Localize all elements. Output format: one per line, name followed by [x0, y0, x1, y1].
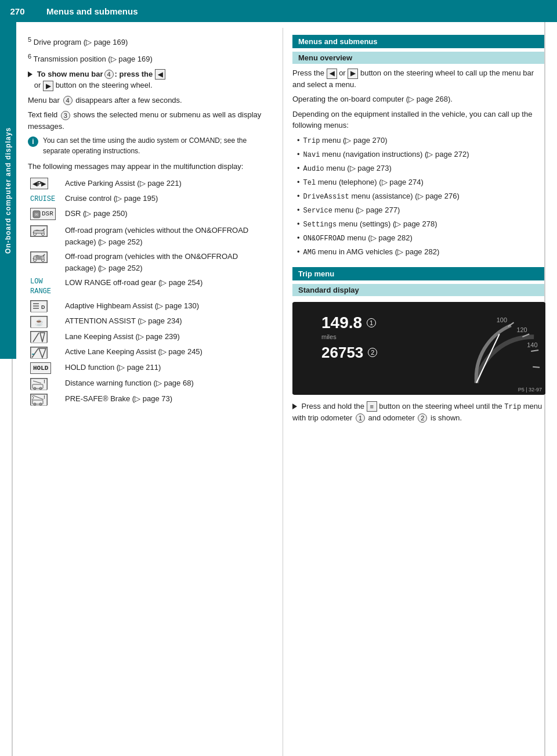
circle-2-ref: 2 [418, 413, 427, 423]
circle-3: 3 [61, 111, 70, 120]
main-content: 5 Drive program (▷ page 169) 6 Transmiss… [16, 22, 557, 756]
left-btn-icon-right: ◀ [327, 69, 337, 79]
following-messages-intro: The following messages may appear in the… [28, 161, 271, 172]
photo-credit: P5 | 32-97 [518, 387, 542, 393]
presafe-icon: ! [30, 394, 48, 405]
info-box: i You can set the time using the audio s… [28, 135, 271, 156]
press-hold-instruction: Press and hold the ≡ button on the steer… [292, 401, 545, 424]
icon-table: ◀P▶ Active Parking Assist (▷ page 221) C… [28, 176, 271, 407]
distance-warning-icon: ! [30, 378, 48, 390]
table-row: Active Lane Keeping Assist (▷ page 245) [28, 344, 271, 360]
table-row: HOLD HOLD function (▷ page 211) [28, 360, 271, 376]
offroad2-svg: 4WD [31, 252, 47, 262]
icon-cell-offroad1 [28, 223, 63, 249]
miles-label: miles [321, 333, 377, 340]
on-board-text: Operating the on-board computer (▷ page … [292, 93, 545, 105]
service-label: Service [303, 207, 332, 215]
header-title: Menus and submenus [0, 0, 557, 22]
low-range-icon: LOWRANGE [30, 277, 60, 297]
svg-text:✉: ✉ [35, 213, 38, 217]
desc-cell-highbeam: Adaptive Highbeam Assist (▷ page 130) [63, 298, 271, 314]
highbeam-icon: D [30, 300, 48, 312]
list-item-onoffroad: ON&OFFROAD menu (▷ page 282) [297, 232, 545, 244]
hold-icon: HOLD [30, 362, 51, 375]
icon-cell-attention: ☕ [28, 314, 63, 329]
svg-line-41 [533, 366, 540, 367]
table-row: ◀P▶ Active Parking Assist (▷ page 221) [28, 176, 271, 192]
list-item-driveassist: DriveAssist menu (assistance) (▷ page 27… [297, 190, 545, 202]
item5-number: 5 [28, 36, 31, 43]
svg-text:100: 100 [497, 316, 507, 323]
table-row: Off-road program (vehicles without the O… [28, 223, 271, 249]
side-tab: On-board computer and displays [0, 22, 16, 359]
menu-overview-text: Press the ◀ or ▶ button on the steering … [292, 67, 545, 90]
item6-number: 6 [28, 53, 31, 60]
attention-assist-icon: ☕ [30, 316, 48, 327]
svg-text:!: ! [44, 379, 45, 384]
offroad1-icon [30, 225, 48, 237]
trip-display-image: 100 120 140 149.8 1 miles 26753 2 P5 | 3… [292, 302, 545, 395]
table-row: ! PRE-SAFE® Brake (▷ page 73) [28, 391, 271, 407]
desc-cell-hold: HOLD function (▷ page 211) [63, 360, 271, 376]
trip-label: Trip [303, 137, 320, 145]
list-item-amg: AMG menu in AMG vehicles (▷ page 282) [297, 246, 545, 258]
menus-submenus-heading: Menus and submenus [292, 35, 545, 48]
desc-cell-dsr: DSR (▷ page 250) [63, 206, 271, 223]
svg-text:☕: ☕ [35, 318, 44, 326]
icon-cell-highbeam: D [28, 298, 63, 314]
icon-cell-hold: HOLD [28, 360, 63, 376]
table-row: ☕ ATTENTION ASSIST (▷ page 234) [28, 314, 271, 329]
menu-bar-disappears: Menu bar 4 disappears after a few second… [28, 95, 271, 106]
list-item-service: Service menu (▷ page 277) [297, 204, 545, 216]
left-button-icon: ◀ [155, 69, 165, 80]
menu-list: Trip menu (▷ page 270) Navi menu (naviga… [292, 135, 545, 258]
lane-keeping-icon [30, 331, 48, 343]
desc-cell-presafe: PRE-SAFE® Brake (▷ page 73) [63, 391, 271, 407]
circle-4b: 4 [63, 96, 73, 105]
table-row: Lane Keeping Assist (▷ page 239) [28, 329, 271, 345]
info-text: You can set the time using the audio sys… [43, 135, 271, 156]
icon-cell-lane-keeping [28, 329, 63, 345]
dsr-svg-icon: ✉ [32, 210, 41, 218]
transmission-text: Transmission position (▷ page 169) [34, 55, 153, 63]
driveassist-label: DriveAssist [303, 193, 349, 201]
svg-text:140: 140 [527, 341, 537, 348]
circle-1-ref: 1 [356, 413, 365, 423]
page-number: 270 [0, 0, 35, 22]
parking-assist-icon: ◀P▶ [30, 178, 48, 190]
right-button-icon: ▶ [43, 81, 53, 91]
list-item-tel: Tel menu (telephone) (▷ page 274) [297, 177, 545, 188]
svg-text:!: ! [44, 394, 45, 400]
amg-label: AMG [303, 249, 316, 257]
drive-program-text: Drive program (▷ page 169) [34, 38, 128, 46]
svg-text:D: D [41, 304, 45, 310]
icon-cell-parking: ◀P▶ [28, 176, 63, 192]
info-icon: i [28, 136, 38, 147]
icon-cell-offroad2: 4WD [28, 249, 63, 275]
lane-keeping-svg [31, 332, 47, 343]
table-row: CRUISE Cruise control (▷ page 195) [28, 191, 271, 206]
list-item-navi: Navi menu (navigation instructions) (▷ p… [297, 149, 545, 160]
circle-1-trip: 1 [367, 318, 376, 327]
odometer-value: 26753 [321, 344, 363, 362]
icon-cell-distance: ! [28, 376, 63, 391]
show-menu-bar-label: To show menu bar [37, 70, 103, 78]
show-menu-bar-colon: : press the [115, 70, 153, 78]
table-row: LOWRANGE LOW RANGE off-road gear (▷ page… [28, 275, 271, 298]
table-row: ✉ DSR DSR (▷ page 250) [28, 206, 271, 223]
audio-label: Audio [303, 165, 324, 173]
desc-cell-parking: Active Parking Assist (▷ page 221) [63, 176, 271, 192]
left-column: 5 Drive program (▷ page 169) 6 Transmiss… [16, 28, 283, 756]
transmission-item: 6 Transmission position (▷ page 169) [28, 52, 271, 65]
navi-label: Navi [303, 151, 320, 159]
right-column: Menus and submenus Menu overview Press t… [283, 28, 557, 756]
show-menu-bar-para: To show menu bar4: press the ◀ or ▶ butt… [28, 69, 271, 91]
dsr-icon: ✉ DSR [30, 208, 56, 220]
tel-label: Tel [303, 179, 316, 187]
standard-display-heading: Standard display [292, 284, 545, 296]
text-field-para: Text field 3 shows the selected menu or … [28, 109, 271, 132]
desc-cell-attention: ATTENTION ASSIST (▷ page 234) [63, 314, 271, 329]
trip-menu-heading: Trip menu [292, 267, 545, 280]
trip-values-overlay: 149.8 1 miles 26753 2 [321, 314, 377, 362]
side-tab-label: On-board computer and displays [4, 127, 12, 254]
